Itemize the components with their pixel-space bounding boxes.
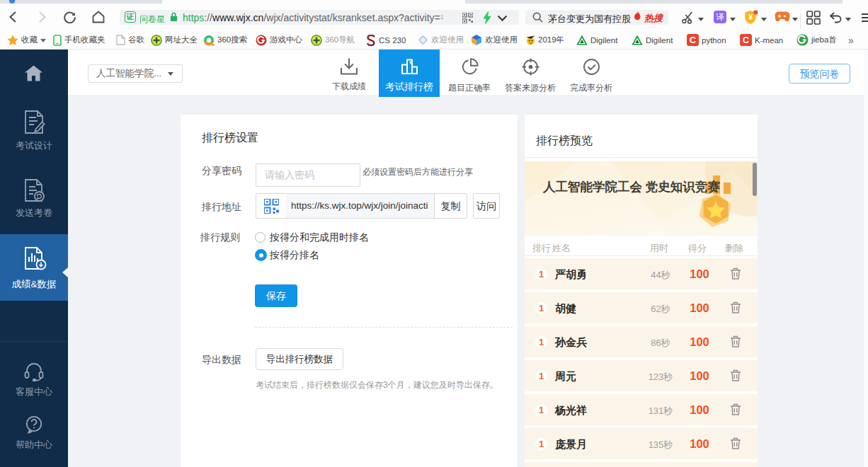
svg-text:¥: ¥ <box>748 13 753 21</box>
